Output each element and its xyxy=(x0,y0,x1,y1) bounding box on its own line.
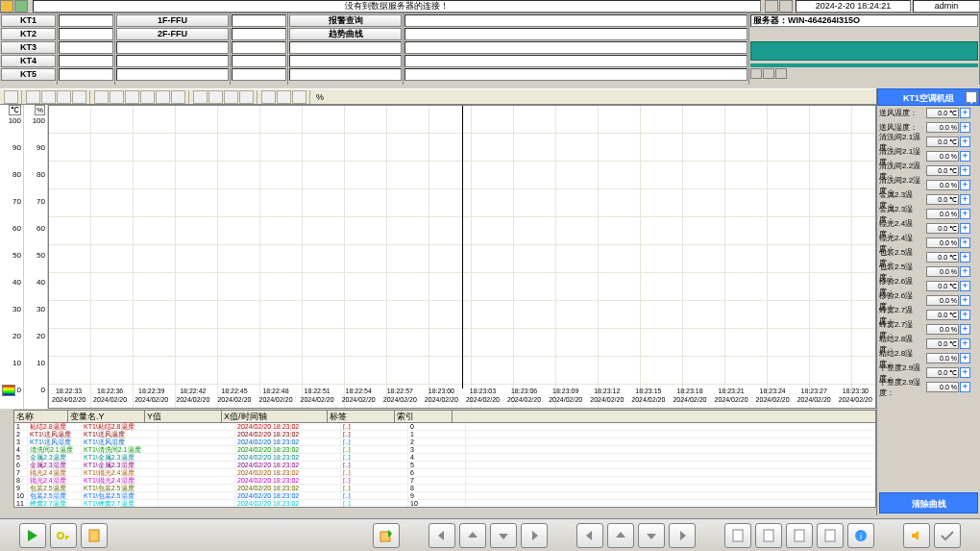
tool-last-icon[interactable] xyxy=(72,90,86,104)
home-icon[interactable] xyxy=(14,0,28,13)
import-button[interactable] xyxy=(373,523,400,548)
table-row[interactable]: 2KT1\送风温度KT1\送风温度2024/02/20 18:23:02[..]… xyxy=(14,431,875,438)
x-tick: 18:22:392024/02/20 xyxy=(131,387,172,406)
add-icon[interactable]: + xyxy=(960,382,970,392)
y-tick: 70 xyxy=(12,197,21,206)
nav-down-button[interactable] xyxy=(490,523,517,548)
clear-curve-button[interactable]: 清除曲线 xyxy=(879,492,978,513)
progress-bar-2 xyxy=(750,63,978,67)
tool-grid-icon[interactable] xyxy=(4,90,18,104)
note-button[interactable] xyxy=(81,523,108,548)
table-row[interactable]: 11蜂窝2.7温度KT1\蜂窝2.7温度2024/02/20 18:23:02[… xyxy=(14,500,875,508)
action-column: 报警查询趋势曲线 xyxy=(288,13,404,85)
add-icon[interactable]: + xyxy=(960,209,970,219)
action-button-1[interactable]: 趋势曲线 xyxy=(289,28,402,40)
th-var[interactable]: 变量名.Y xyxy=(68,411,145,422)
info-button[interactable]: i xyxy=(847,523,874,548)
ffu-button-1[interactable]: 1F-FFU xyxy=(116,14,229,27)
percent-label: % xyxy=(314,90,326,104)
chart-cursor[interactable] xyxy=(462,106,463,388)
nav-fwd-button[interactable] xyxy=(521,523,548,548)
kt-button-2[interactable]: KT2 xyxy=(1,28,56,40)
th-xval[interactable]: X值/时间轴 xyxy=(222,411,328,422)
add-icon[interactable]: + xyxy=(960,281,970,291)
add-icon[interactable]: + xyxy=(960,324,970,335)
nav-up-button[interactable] xyxy=(459,523,486,548)
add-icon[interactable]: + xyxy=(960,165,970,176)
th-yval[interactable]: Y值 xyxy=(145,411,222,422)
doc2-button[interactable] xyxy=(755,523,782,548)
table-row[interactable]: 1粘结2.8温度KT1\粘结2.8温度2024/02/20 18:23:02[.… xyxy=(14,423,875,431)
add-icon[interactable]: + xyxy=(960,223,970,234)
zoom-out-icon[interactable] xyxy=(125,90,139,104)
kt-button-4[interactable]: KT4 xyxy=(1,55,56,67)
ffu-button-2[interactable]: 2F-FFU xyxy=(116,28,229,40)
gear-icon[interactable] xyxy=(239,90,254,104)
item-value: 0.0 ℃ xyxy=(926,310,959,320)
ack-button[interactable] xyxy=(934,523,961,548)
add-icon[interactable]: + xyxy=(960,122,970,133)
tool-first-icon[interactable] xyxy=(26,90,40,104)
zoom-in-icon[interactable] xyxy=(110,90,124,104)
export-icon[interactable] xyxy=(277,90,291,104)
table-row[interactable]: 6金属2.3湿度KT1\金属2.3湿度2024/02/20 18:23:02[.… xyxy=(14,462,875,469)
progress-bar-1 xyxy=(750,41,978,61)
stop-icon[interactable] xyxy=(224,90,238,104)
clock-icon[interactable] xyxy=(193,90,208,104)
kt-button-3[interactable]: KT3 xyxy=(1,41,56,54)
add-icon[interactable]: + xyxy=(960,238,970,248)
add-icon[interactable]: + xyxy=(960,108,970,118)
table-row[interactable]: 7辊光2.4温度KT1\辊光2.4温度2024/02/20 18:23:02[.… xyxy=(14,469,875,477)
kt-button-5[interactable]: KT5 xyxy=(1,68,56,81)
ruler-icon[interactable] xyxy=(171,90,185,104)
nav-fwd2-button[interactable] xyxy=(669,523,696,548)
save-icon[interactable] xyxy=(292,90,306,104)
doc1-button[interactable] xyxy=(724,523,751,548)
play-button[interactable] xyxy=(19,523,46,548)
nav-down2-button[interactable] xyxy=(638,523,665,548)
svg-rect-6 xyxy=(825,530,835,541)
nav-back2-button[interactable] xyxy=(576,523,603,548)
add-icon[interactable]: + xyxy=(960,137,970,147)
legend-icon[interactable] xyxy=(2,385,15,396)
action-button-0[interactable]: 报警查询 xyxy=(289,14,402,27)
cursor-icon[interactable] xyxy=(156,90,170,104)
white-area xyxy=(404,13,749,85)
add-icon[interactable]: + xyxy=(960,194,970,205)
add-icon[interactable]: + xyxy=(960,310,970,320)
tool-next-icon[interactable] xyxy=(57,90,71,104)
dropdown-icon[interactable]: ▾ xyxy=(966,91,977,103)
table-row[interactable]: 3KT1\送风湿度KT1\送风湿度2024/02/20 18:23:02[..]… xyxy=(14,438,875,446)
nav-up2-button[interactable] xyxy=(607,523,634,548)
add-icon[interactable]: + xyxy=(960,151,970,162)
table-row[interactable]: 9包装2.5温度KT1\包装2.5温度2024/02/20 18:23:02[.… xyxy=(14,485,875,492)
table-row[interactable]: 5金属2.3温度KT1\金属2.3温度2024/02/20 18:23:02[.… xyxy=(14,454,875,462)
tool-prev-icon[interactable] xyxy=(41,90,56,104)
doc3-button[interactable] xyxy=(786,523,813,548)
x-tick: 18:23:032024/02/20 xyxy=(462,387,503,406)
add-icon[interactable]: + xyxy=(960,353,970,363)
table-row[interactable]: 4清洗间2.1温度KT1\清洗间2.1温度2024/02/20 18:23:02… xyxy=(14,446,875,454)
th-name[interactable]: 名称 xyxy=(14,411,68,422)
th-flag[interactable]: 标签 xyxy=(328,411,395,422)
th-idx[interactable]: 索引 xyxy=(395,411,453,422)
add-icon[interactable]: + xyxy=(960,367,970,378)
add-icon[interactable]: + xyxy=(960,266,970,277)
add-icon[interactable]: + xyxy=(960,295,970,306)
nav-back-button[interactable] xyxy=(429,523,455,548)
pan-icon[interactable] xyxy=(140,90,155,104)
add-icon[interactable]: + xyxy=(960,338,970,349)
zoom-fit-icon[interactable] xyxy=(94,90,109,104)
print-icon[interactable] xyxy=(261,90,276,104)
key-button[interactable] xyxy=(50,523,77,548)
kt-button-1[interactable]: KT1 xyxy=(1,14,56,27)
chart-canvas[interactable] xyxy=(48,105,876,409)
table-row[interactable]: 10包装2.5湿度KT1\包装2.5湿度2024/02/20 18:23:02[… xyxy=(14,492,875,500)
add-icon[interactable]: + xyxy=(960,252,970,263)
refresh-icon[interactable] xyxy=(208,90,223,104)
doc4-button[interactable] xyxy=(817,523,844,548)
table-row[interactable]: 8辊光2.4湿度KT1\辊光2.4湿度2024/02/20 18:23:02[.… xyxy=(14,477,875,485)
add-icon[interactable]: + xyxy=(960,180,970,190)
panel-title[interactable]: KT1空调机组 ▾ xyxy=(877,88,980,106)
sound-button[interactable] xyxy=(903,523,930,548)
